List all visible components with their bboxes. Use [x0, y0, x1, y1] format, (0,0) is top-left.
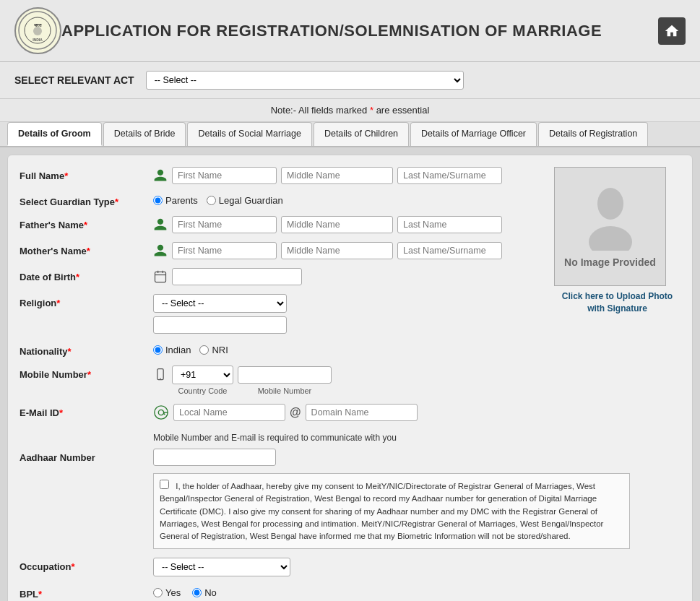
- mother-name-middle[interactable]: [281, 242, 393, 259]
- occupation-field: -- Select -- Government Service Private …: [153, 558, 680, 576]
- father-name-first[interactable]: [172, 216, 277, 233]
- mobile-label: Mobile Number*: [20, 366, 153, 380]
- communicate-note-row: Mobile Number and E-mail is required to …: [20, 430, 680, 443]
- bpl-no-option[interactable]: No: [192, 587, 217, 598]
- mobile-inputs: +91 +1 +44: [153, 366, 332, 384]
- svg-point-6: [589, 226, 632, 251]
- full-name-row: Full Name*: [20, 167, 547, 184]
- svg-point-3: [33, 27, 42, 35]
- mobile-labels-row: Country Code Mobile Number: [153, 386, 332, 395]
- nationality-nri-radio[interactable]: [199, 345, 209, 355]
- guardian-type-label: Select Guardian Type*: [20, 193, 153, 207]
- guardian-parents-radio[interactable]: [153, 196, 163, 205]
- email-local-input[interactable]: [173, 404, 285, 421]
- guardian-legal-radio[interactable]: [207, 196, 216, 205]
- religion-field: -- Select -- Hindu Muslim Christian Sikh…: [153, 294, 547, 334]
- form-container: No Image Provided Click here to Upload P…: [7, 155, 693, 601]
- tab-children[interactable]: Details of Children: [314, 122, 409, 146]
- mobile-row: Mobile Number* +91 +1 +44 Countr: [20, 366, 680, 395]
- tabs-bar: Details of Groom Details of Bride Detail…: [0, 122, 700, 147]
- full-name-middle[interactable]: [281, 167, 393, 184]
- aadhaar-row: Aadhaar Number I, the holder of Aadhaar,…: [20, 449, 680, 549]
- mother-name-first[interactable]: [172, 242, 277, 259]
- aadhaar-consent-text: I, the holder of Aadhaar, hereby give my…: [153, 473, 630, 549]
- mother-name-row: Mother's Name*: [20, 242, 547, 259]
- guardian-legal-option[interactable]: Legal Guardian: [207, 195, 283, 206]
- email-icon: [153, 405, 169, 420]
- at-sign: @: [290, 406, 301, 419]
- aadhaar-input[interactable]: [153, 449, 276, 466]
- dob-input[interactable]: [172, 268, 302, 285]
- bpl-yes-radio[interactable]: [153, 588, 163, 597]
- guardian-type-field: Parents Legal Guardian: [153, 193, 547, 206]
- nationality-nri-option[interactable]: NRI: [199, 345, 228, 355]
- religion-label: Religion*: [20, 294, 153, 308]
- bpl-no-radio[interactable]: [192, 588, 202, 597]
- email-domain-input[interactable]: [306, 404, 418, 421]
- occupation-row: Occupation* -- Select -- Government Serv…: [20, 558, 680, 576]
- select-act-label: SELECT RELEVANT ACT: [14, 74, 134, 86]
- person-icon: [153, 168, 168, 183]
- country-code-label: Country Code: [172, 386, 233, 395]
- guardian-parents-option[interactable]: Parents: [153, 195, 198, 206]
- communicate-note: Mobile Number and E-mail is required to …: [153, 433, 397, 443]
- note-text2: are essential: [376, 105, 430, 116]
- dob-label: Date of Birth*: [20, 268, 153, 282]
- full-name-first[interactable]: [172, 167, 277, 184]
- note-text: Note:- All fields marked: [271, 105, 370, 116]
- father-name-last[interactable]: [397, 216, 502, 233]
- father-name-field: [153, 216, 547, 233]
- father-name-middle[interactable]: [281, 216, 393, 233]
- nationality-field: Indian NRI: [153, 342, 680, 355]
- full-name-label: Full Name*: [20, 167, 153, 181]
- mobile-field: +91 +1 +44 Country Code Mobile Number: [153, 366, 680, 395]
- calendar-icon: [153, 269, 168, 284]
- mother-name-label: Mother's Name*: [20, 242, 153, 256]
- bpl-yes-option[interactable]: Yes: [153, 587, 181, 598]
- country-code-select[interactable]: +91 +1 +44: [172, 366, 233, 384]
- tab-registration[interactable]: Details of Registration: [538, 122, 648, 146]
- page-title: APPLICATION FOR REGISTRATION/SOLEMNISATI…: [61, 22, 658, 40]
- tab-bride[interactable]: Details of Bride: [103, 122, 186, 146]
- mobile-number-label: Mobile Number: [238, 386, 332, 395]
- full-name-field: [153, 167, 547, 184]
- select-act-bar: SELECT RELEVANT ACT -- Select -- Special…: [0, 62, 700, 99]
- silhouette-icon: [585, 186, 636, 251]
- svg-point-12: [160, 378, 161, 379]
- nationality-row: Nationality* Indian NRI: [20, 342, 680, 357]
- mother-name-field: [153, 242, 547, 259]
- mother-name-last[interactable]: [397, 242, 502, 259]
- photo-section: No Image Provided Click here to Upload P…: [554, 167, 680, 315]
- aadhaar-field: I, the holder of Aadhaar, hereby give my…: [153, 449, 680, 549]
- upload-photo-label[interactable]: Click here to Upload Photo with Signatur…: [554, 290, 680, 315]
- home-button[interactable]: [658, 17, 686, 45]
- mobile-number-input[interactable]: [238, 366, 332, 384]
- occupation-select[interactable]: -- Select -- Government Service Private …: [153, 558, 290, 576]
- father-name-label: Father's Name*: [20, 216, 153, 230]
- caste-input[interactable]: [153, 316, 287, 334]
- tab-marriage-officer[interactable]: Details of Marriage Officer: [410, 122, 537, 146]
- nationality-indian-radio[interactable]: [153, 345, 163, 355]
- relevant-act-select[interactable]: -- Select -- Special Marriage Act Hindu …: [146, 71, 464, 90]
- bpl-row: BPL* Yes No: [20, 585, 680, 600]
- aadhaar-consent-checkbox[interactable]: [160, 480, 169, 489]
- bpl-label: BPL*: [20, 585, 153, 600]
- no-image-text: No Image Provided: [564, 256, 656, 268]
- email-row: E-Mail ID* @: [20, 404, 680, 421]
- phone-icon: [153, 368, 168, 382]
- photo-placeholder: No Image Provided: [554, 167, 666, 286]
- religion-select[interactable]: -- Select -- Hindu Muslim Christian Sikh…: [153, 294, 287, 313]
- dob-field: [153, 268, 547, 285]
- tab-groom[interactable]: Details of Groom: [7, 122, 102, 146]
- guardian-type-row: Select Guardian Type* Parents Legal Guar…: [20, 193, 547, 207]
- occupation-label: Occupation*: [20, 558, 153, 572]
- bpl-field: Yes No: [153, 585, 680, 598]
- svg-point-5: [597, 188, 623, 220]
- note-bar: Note:- All fields marked * are essential: [0, 99, 700, 122]
- required-symbol: *: [370, 105, 373, 116]
- full-name-last[interactable]: [397, 167, 502, 184]
- tab-social-marriage[interactable]: Details of Social Marriage: [187, 122, 311, 146]
- email-field: @: [153, 404, 680, 421]
- nationality-indian-option[interactable]: Indian: [153, 345, 191, 355]
- header: भारत INDIA APPLICATION FOR REGISTRATION/…: [0, 0, 700, 62]
